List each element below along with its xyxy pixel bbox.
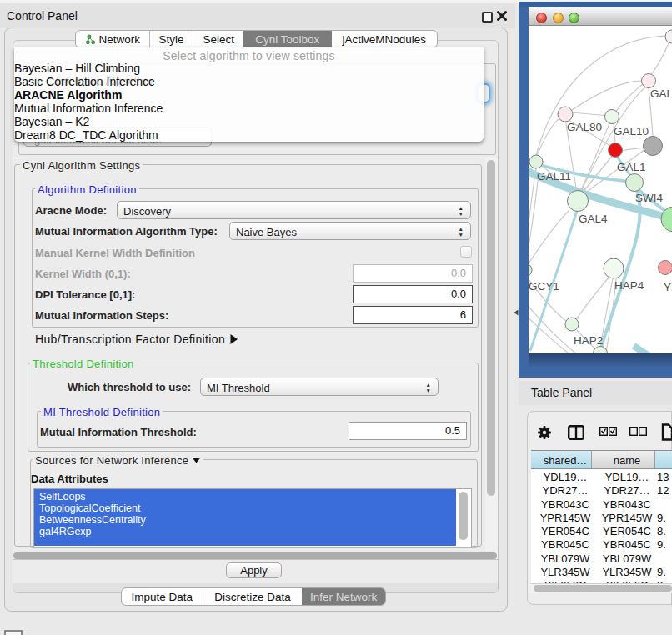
svg-text:HAP2: HAP2 [574,334,603,347]
svg-text:GAL4: GAL4 [579,212,608,225]
svg-text:GAL10: GAL10 [614,125,649,138]
svg-text:GAL80: GAL80 [567,121,602,133]
svg-text:SWI4: SWI4 [635,192,663,204]
svg-text:YK: YK [664,281,672,293]
svg-text:HAP4: HAP4 [614,279,644,292]
svg-text:GAL7: GAL7 [650,88,672,100]
svg-text:GCY1: GCY1 [529,280,559,292]
svg-text:GAL11: GAL11 [537,170,571,182]
svg-text:GAL1: GAL1 [617,161,646,173]
